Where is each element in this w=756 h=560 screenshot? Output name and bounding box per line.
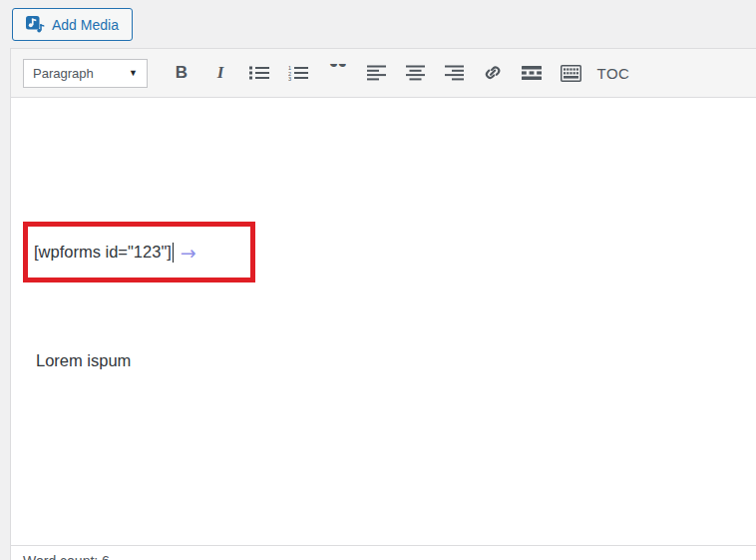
align-left-button[interactable] [359,59,393,88]
align-center-button[interactable] [398,59,432,88]
numbered-list-button[interactable]: 1 2 3 [281,59,315,88]
media-buttons-bar: Add Media [0,0,756,48]
svg-text:3: 3 [288,76,291,81]
italic-button[interactable]: I [203,59,237,88]
align-right-button[interactable] [437,59,471,88]
format-dropdown-value: Paragraph [33,66,94,81]
add-media-button[interactable]: Add Media [12,8,133,41]
toc-button[interactable]: TOC [592,59,634,88]
align-center-icon [406,65,425,81]
keyboard-shortcuts-button[interactable] [554,59,587,88]
read-more-button[interactable] [515,59,549,88]
add-media-icon [26,16,45,33]
insert-link-button[interactable] [476,59,510,88]
bold-icon: B [176,63,188,83]
bold-button[interactable]: B [165,59,198,88]
blockquote-icon: “ [328,64,346,82]
bullet-list-icon [249,65,269,81]
align-left-icon [367,65,386,81]
link-icon [483,64,503,82]
paragraph-format-dropdown[interactable]: Paragraph ▼ [23,59,148,88]
chevron-down-icon: ▼ [129,68,138,78]
bullet-list-button[interactable] [242,59,276,88]
paragraph-text[interactable]: Lorem ispum [36,351,131,370]
read-more-icon [522,65,542,81]
wpforms-shortcode-text[interactable]: [wpforms id="123"] [34,243,172,262]
align-right-icon [445,65,464,81]
editor-content-area[interactable]: Lorem ispum [wpforms id="123"]→ Lorem is… [11,99,756,544]
editor-toolbar: Paragraph ▼ B I 1 2 3 [11,49,756,98]
keyboard-icon [561,65,581,82]
text-cursor [173,243,174,263]
classic-editor: Paragraph ▼ B I 1 2 3 [10,48,756,560]
italic-icon: I [217,63,224,83]
editor-status-bar: Word count: 6 [11,545,756,560]
toc-label: TOC [597,65,630,82]
right-arrow-icon: → [181,242,196,264]
shortcode-highlight-box: [wpforms id="123"]→ [23,222,255,282]
blockquote-button[interactable]: “ [320,59,354,88]
add-media-label: Add Media [52,17,119,33]
word-count: Word count: 6 [23,553,110,560]
numbered-list-icon: 1 2 3 [288,65,308,81]
